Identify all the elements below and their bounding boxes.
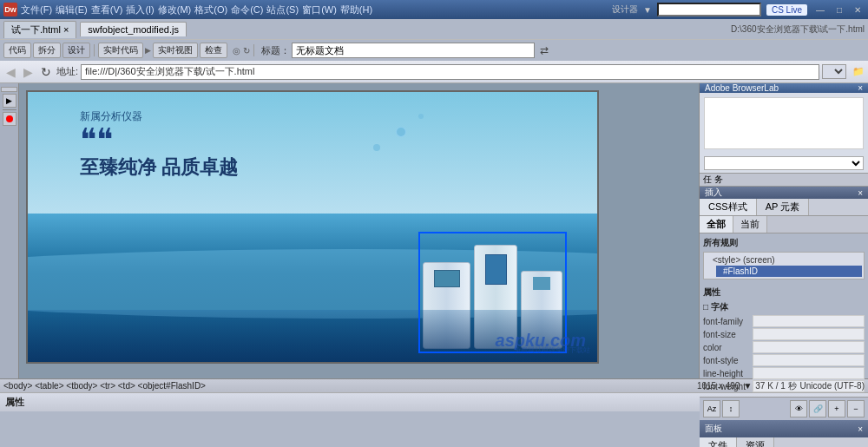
title-input[interactable] (292, 43, 535, 58)
maximize-button[interactable]: □ (833, 4, 845, 16)
title-bar-menu-edit[interactable]: 编辑(E) (56, 3, 88, 16)
files-tabs: 文件 资源 (700, 437, 868, 447)
bottom-icon-az[interactable]: Az (703, 400, 720, 417)
title-bar-right: 设计器 ▼ CS Live — □ ✕ (612, 3, 865, 16)
search-input[interactable] (657, 3, 761, 16)
bottom-icon-link[interactable]: 🔗 (809, 400, 826, 417)
title-bar-menu-help[interactable]: 帮助(H) (340, 3, 372, 16)
title-bar-left: Dw 文件(F) 编辑(E) 查看(V) 插入(I) 修改(M) 格式(O) 命… (3, 3, 372, 16)
tools-separator (3, 109, 16, 110)
task-label: 任 务 (703, 174, 723, 186)
title-bar-menu-file[interactable]: 文件(F) (21, 3, 52, 16)
title-bar-menu-command[interactable]: 命令(C) (231, 3, 263, 16)
rule-style-screen[interactable]: <style> (screen) (706, 254, 862, 266)
title-bar-menu-insert[interactable]: 插入(I) (126, 3, 154, 16)
prop-font-size: font-size (703, 328, 865, 340)
right-panel: Adobe BrowserLab × 任 务 插入 × CSS样式 AP 元素 … (699, 83, 868, 378)
bubble3 (418, 114, 424, 119)
files-panel: 面板 × 文件 资源 图像 ◉ 站点 ☆ 收藏 云要使用资源面板，您必须定义文。… (700, 420, 868, 447)
css-panel-header: 插入 × (700, 187, 868, 199)
prop-font-family-input[interactable] (753, 315, 865, 327)
prop-color-input[interactable] (753, 341, 865, 353)
realtime-view-button[interactable]: 实时视图 (153, 43, 198, 58)
rules-section: 所有规则 <style> (screen) #FlashID (700, 233, 868, 283)
prop-line-height-label: line-height (703, 369, 753, 378)
back-button[interactable]: ◀ (3, 65, 18, 79)
address-input[interactable] (81, 64, 819, 80)
css-styles-tab[interactable]: CSS样式 (700, 199, 757, 215)
status-dimensions: 1015 x 490 (697, 381, 740, 391)
title-bar-menu-modify[interactable]: 修改(M) (158, 3, 192, 16)
browser-lab-dropdown[interactable] (704, 156, 864, 170)
file-tabs-row: 试一下.html × swfobject_modified.js D:\360安… (0, 19, 868, 40)
prop-line-height-input[interactable] (753, 367, 865, 379)
design-button[interactable]: 设计 (62, 43, 90, 58)
panel-header-close[interactable]: × (858, 188, 863, 198)
prop-font-size-input[interactable] (753, 328, 865, 340)
banner-quote: ❝❝ (80, 128, 238, 153)
font-group: □ 字体 (703, 301, 865, 313)
tab-file2[interactable]: swfobject_modified.js (80, 22, 187, 36)
close-button[interactable]: ✕ (851, 4, 865, 16)
browser-lab-content (700, 93, 868, 174)
browser-lab-header: Adobe BrowserLab × (700, 83, 868, 93)
file-path: D:\360安全浏览器下载\试一下.html (731, 23, 865, 36)
bottom-icon-eye[interactable]: 👁 (790, 400, 807, 417)
check-icons: ◎ ↻ (233, 46, 250, 56)
files-header-close[interactable]: × (858, 424, 863, 434)
bottom-icon-add[interactable]: + (828, 400, 845, 417)
title-bar-menu-view[interactable]: 查看(V) (91, 3, 123, 16)
bottom-icon-sort[interactable]: ↕ (722, 400, 740, 417)
cslive-button[interactable]: CS Live (766, 4, 807, 16)
address-toolbar: ◀ ▶ ↻ 地址: 📁 (0, 61, 868, 83)
watermark-area: aspku.com 免费网站模版免费下载站 (514, 345, 590, 355)
machine-1-screen (434, 270, 460, 287)
prop-font-style-label: font-style (703, 356, 753, 365)
files-tab[interactable]: 文件 (700, 437, 737, 447)
minimize-button[interactable]: — (812, 4, 828, 16)
rule-flashid[interactable]: #FlashID (716, 266, 862, 277)
browser-lab-close[interactable]: × (858, 83, 863, 93)
all-rules-label: 所有规则 (703, 237, 865, 249)
status-breadcrumb: <body> <table> <tbody> <tr> <td> <object… (3, 381, 694, 391)
bubble1 (396, 127, 406, 137)
forward-button[interactable]: ▶ (21, 65, 36, 79)
prop-font-family-label: font-family (703, 317, 753, 326)
property-bar-label: 属性 (5, 396, 24, 409)
check-button[interactable]: 检查 (200, 43, 227, 58)
watermark-text: aspku.com (496, 331, 586, 351)
task-bar: 任 务 (700, 174, 868, 187)
title-bar-menu-site[interactable]: 站点(S) (266, 3, 299, 16)
tool-btn-1[interactable]: ▶ (3, 94, 16, 108)
prop-font-style-input[interactable] (753, 354, 865, 366)
refresh-button[interactable]: ↻ (38, 65, 54, 79)
prop-color-label: color (703, 343, 753, 352)
rules-list: <style> (screen) #FlashID (703, 252, 865, 279)
bottom-icon-row: Az ↕ 👁 🔗 + − (700, 397, 868, 420)
tab-file1[interactable]: 试一下.html × (3, 21, 76, 38)
all-tab[interactable]: 全部 (700, 216, 733, 233)
resources-tab[interactable]: 资源 (737, 437, 774, 447)
main-area: 工具 ▶ 新属分析仪器 ❝❝ 至臻纯净 品质卓越 (0, 83, 868, 378)
tools-label[interactable]: 工具 (1, 87, 17, 92)
bubble2 (373, 144, 380, 151)
current-tab[interactable]: 当前 (733, 216, 767, 233)
bottom-icon-del[interactable]: − (847, 400, 865, 417)
machine-2-display (485, 254, 507, 285)
status-bar: <body> <table> <tbody> <tr> <td> <object… (0, 378, 868, 392)
title-bar-menu-window[interactable]: 窗口(W) (302, 3, 337, 16)
realtime-code-indicator: ▶ (145, 46, 151, 55)
ap-elements-tab[interactable]: AP 元素 (757, 199, 810, 215)
tool-btn-record[interactable] (3, 112, 16, 126)
files-header-label: 面板 (705, 423, 722, 435)
folder-icon[interactable]: 📁 (852, 66, 865, 77)
left-tools: 工具 ▶ (0, 83, 19, 378)
title-bar-menu-format[interactable]: 格式(O) (194, 3, 227, 16)
status-filesize: 37 K / 1 秒 (755, 380, 796, 392)
prop-line-height: line-height (703, 367, 865, 379)
split-button[interactable]: 拆分 (33, 43, 61, 58)
code-button[interactable]: 代码 (3, 43, 31, 58)
realtime-code-button[interactable]: 实时代码 (98, 43, 143, 58)
preview-frame: 新属分析仪器 ❝❝ 至臻纯净 品质卓越 (26, 90, 599, 364)
address-dropdown[interactable] (822, 64, 846, 79)
